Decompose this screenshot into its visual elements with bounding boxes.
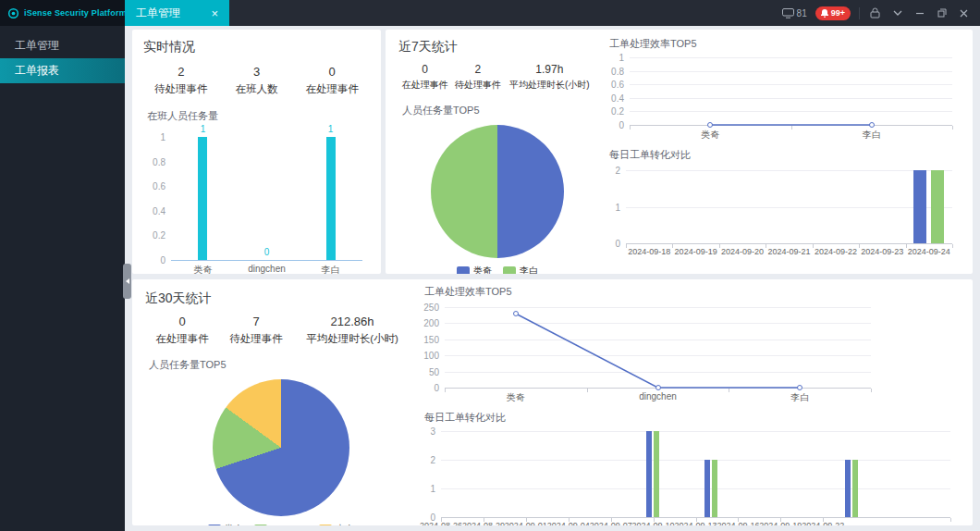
data-point-marker: [513, 311, 519, 316]
x-tick: [766, 244, 766, 248]
x-tick-label: 2024-09-01: [505, 521, 547, 525]
minimize-button[interactable]: [913, 6, 926, 20]
y-tick-label: 0.6: [602, 80, 624, 90]
stat-item: 0在处理事件: [398, 63, 451, 92]
x-tick: [906, 244, 907, 248]
task-bar: [198, 137, 207, 260]
panel-month-left: 近30天统计 0在处理事件7待处理事件212.86h平均处理时长(小时) 人员任…: [132, 279, 417, 525]
y-tick-label: 0.4: [143, 205, 165, 216]
chart-plot: 2102024-09-182024-09-192024-09-202024-09…: [626, 170, 952, 244]
daily-bar: [931, 170, 944, 243]
sidebar: 工单管理工单报表: [0, 26, 125, 531]
chart-title: 人员任务量TOP5: [149, 358, 417, 372]
legend-item[interactable]: 类奇: [208, 523, 243, 525]
x-tick: [952, 126, 953, 130]
x-tick-label: dingchen: [248, 264, 286, 274]
lock-icon[interactable]: [868, 6, 882, 20]
x-tick: [952, 244, 953, 248]
x-tick-label: 2024-09-20: [721, 247, 764, 256]
legend-item[interactable]: dingchen: [254, 523, 309, 525]
y-tick-label: 0.8: [143, 156, 165, 167]
x-tick-label: 类奇: [701, 129, 719, 142]
x-tick: [445, 389, 446, 392]
legend-item[interactable]: 李白: [319, 523, 354, 525]
tab-label: 工单管理: [136, 6, 180, 21]
x-tick-label: 2024-09-16: [717, 521, 759, 525]
titlebar-right: 81 99+: [782, 0, 980, 26]
daily-bar: [646, 431, 652, 517]
stat-label: 在处理事件: [294, 82, 370, 96]
chart-title: 每日工单转化对比: [609, 148, 963, 162]
x-tick-label: 2024-09-04: [547, 521, 590, 525]
legend-swatch: [503, 266, 516, 274]
chart-plot: 32102024-08-262024-08-292024-09-012024-0…: [441, 431, 950, 518]
y-tick-label: 0.2: [602, 106, 624, 117]
y-tick-label: 100: [417, 351, 439, 361]
panel-week-right: 工单处理效率TOP5 10.80.60.40.20类奇李白 每日工单转化对比 2…: [596, 30, 973, 274]
x-tick-label: 2024-08-26: [420, 521, 462, 525]
tab-close-icon[interactable]: ×: [211, 7, 218, 19]
stat-item: 2待处理事件: [451, 63, 504, 92]
y-tick-label: 3: [417, 426, 435, 437]
y-tick-label: 0.6: [143, 181, 165, 191]
x-tick: [950, 518, 951, 522]
stats-row: 0在处理事件2待处理事件1.97h平均处理时长(小时): [398, 63, 594, 92]
stat-label: 待处理事件: [451, 79, 504, 92]
sidebar-collapse-handle[interactable]: [123, 264, 131, 299]
stats-row: 2待处理事件3在班人数0在处理事件: [143, 65, 370, 96]
stats-row: 0在处理事件7待处理事件212.86h平均处理时长(小时): [145, 315, 411, 346]
sidebar-item-1[interactable]: 工单报表: [0, 58, 125, 83]
legend-item[interactable]: 类奇: [457, 265, 492, 274]
y-tick-label: 0.8: [602, 66, 624, 76]
x-tick: [859, 244, 860, 248]
chart-title: 工单处理效率TOP5: [424, 285, 963, 299]
x-tick-label: 李白: [790, 391, 809, 404]
logo-icon: [7, 7, 19, 19]
stat-value: 1.97h: [505, 63, 594, 76]
pie-legend: 类奇李白: [398, 265, 596, 274]
y-tick-label: 2: [417, 455, 435, 465]
x-tick-label: 类奇: [193, 264, 212, 274]
y-tick-label: 150: [417, 334, 439, 344]
app-title: iSense Security Platform: [24, 8, 127, 18]
panel-realtime: 实时情况 2待处理事件3在班人数0在处理事件 在班人员任务量 10.80.60.…: [132, 30, 381, 274]
restore-button[interactable]: [935, 6, 949, 20]
stat-value: 0: [145, 315, 219, 328]
week-daily-bar-chart: 2102024-09-182024-09-192024-09-202024-09…: [602, 165, 963, 259]
data-point-marker: [797, 385, 802, 390]
message-count-button[interactable]: 81: [782, 8, 807, 19]
x-tick-label: 2024-09-19: [759, 521, 802, 525]
y-tick-label: 0: [602, 239, 620, 249]
stat-value: 0: [294, 65, 370, 79]
stat-value: 7: [219, 315, 293, 328]
tab-workorder-management[interactable]: 工单管理 ×: [125, 0, 229, 26]
legend-item[interactable]: 李白: [503, 265, 538, 274]
chart-title: 每日工单转化对比: [424, 411, 963, 425]
chart-title: 在班人员任务量: [147, 109, 370, 123]
y-tick-label: 1: [417, 484, 435, 494]
x-tick-label: 类奇: [507, 391, 525, 404]
x-tick-label: 2024-09-24: [908, 247, 950, 256]
message-count: 81: [797, 8, 807, 19]
monitor-icon: [782, 8, 794, 19]
stat-item: 212.86h平均处理时长(小时): [293, 315, 411, 346]
x-tick-label: dingchen: [639, 391, 677, 401]
sidebar-items: 工单管理工单报表: [0, 33, 125, 83]
panel-month-right: 工单处理效率TOP5 250200150100500类奇dingchen李白 每…: [417, 279, 973, 525]
gridline: [626, 207, 952, 208]
legend-label: 类奇: [225, 523, 243, 525]
data-point-marker: [869, 122, 875, 128]
close-button[interactable]: [957, 6, 971, 20]
legend-label: 类奇: [473, 265, 492, 274]
chevron-down-icon[interactable]: [890, 6, 904, 20]
alert-badge[interactable]: 99+: [815, 6, 851, 20]
x-tick-label: 2024-09-10: [632, 521, 675, 525]
daily-bar: [704, 460, 710, 517]
x-tick: [672, 244, 673, 248]
y-tick-label: 1: [143, 132, 165, 142]
stat-label: 平均处理时长(小时): [505, 79, 594, 92]
app-brand: iSense Security Platform: [0, 0, 125, 26]
sidebar-item-0[interactable]: 工单管理: [0, 33, 125, 58]
daily-bar: [845, 460, 851, 517]
y-tick-label: 2: [602, 166, 620, 176]
